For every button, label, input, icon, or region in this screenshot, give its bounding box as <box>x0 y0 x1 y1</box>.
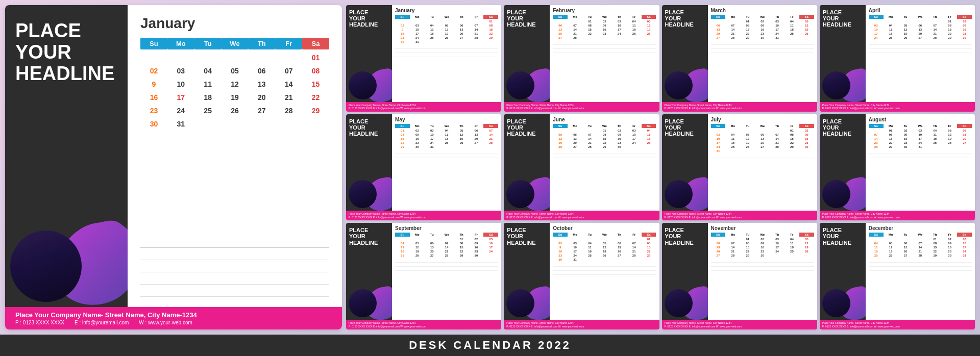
mini-cal-row: 12131415161718 <box>553 137 656 141</box>
mini-cal-cell <box>410 237 425 241</box>
mini-cal-cell: 21 <box>439 249 454 253</box>
mini-cal-cell <box>770 129 785 133</box>
mini-cal-cell: 15 <box>642 245 656 249</box>
mini-cal-cell: 21 <box>483 137 498 141</box>
mini-hcell: We <box>439 15 454 19</box>
mini-cal-cell: 10 <box>770 23 785 28</box>
mini-cal-cell: 01 <box>582 19 597 23</box>
mini-cal-cell: 08 <box>785 133 799 137</box>
mini-hcell: We <box>913 124 927 128</box>
mini-cal-cell: 18 <box>927 137 942 141</box>
mini-cal-cell: 25 <box>642 141 656 145</box>
mini-hcell: Fr <box>785 124 799 128</box>
mini-cal-cell: 04 <box>582 241 597 245</box>
mini-cal-cell: 12 <box>642 23 656 28</box>
mini-hcell: Tu <box>425 233 439 237</box>
mini-cal-cell: 16 <box>469 245 483 249</box>
mini-cal-cell: 05 <box>898 23 913 28</box>
mini-cal-cell <box>469 145 483 149</box>
mini-hcell: Fr <box>469 233 483 237</box>
mini-cal-cell: 01 <box>454 237 469 241</box>
mini-cal-cell: 09 <box>612 133 627 137</box>
mini-cal-cell <box>597 36 612 40</box>
mini-cal-cell: 18 <box>439 137 454 141</box>
mini-cal-cell: 19 <box>942 137 957 141</box>
mini-cal-cell <box>425 40 439 44</box>
mini-cal-cell: 15 <box>740 28 755 32</box>
mini-cal-row: 16171819202122 <box>395 32 498 36</box>
mini-cal-cell <box>799 253 814 258</box>
mini-footer: Place Your Company Name- Street Name, Ci… <box>662 320 817 329</box>
mini-right: November SuMoTuWeThFrSa 0102030405 06070… <box>708 223 817 320</box>
mini-cal-cell: 23 <box>553 253 568 258</box>
mini-cal-cell: 25 <box>884 36 898 40</box>
mini-cal-cell: 15 <box>454 245 469 249</box>
mini-cal-cell: 22 <box>582 32 597 36</box>
mini-cal-row: 11121314151617 <box>869 245 972 249</box>
mini-cal-cell: 30 <box>469 253 483 258</box>
mini-cal-cell <box>469 19 483 23</box>
mini-cal-row: 2728 <box>553 36 656 40</box>
mini-cal-cell: 16 <box>942 245 957 249</box>
mini-cal-cell <box>439 19 454 23</box>
mini-cal-cell: 04 <box>725 133 740 137</box>
mini-cal-row: 04050607080910 <box>395 241 498 245</box>
mini-photo <box>822 71 850 99</box>
mini-cal-cell: 30 <box>898 145 913 149</box>
mini-month-title: December <box>869 225 972 231</box>
mini-cal-cell: 21 <box>927 32 942 36</box>
mini-cal-cell: 16 <box>799 137 814 141</box>
mini-cal-cell: 09 <box>898 133 913 137</box>
mini-cal-cell: 06 <box>898 241 913 245</box>
mini-cal-cell: 20 <box>454 32 469 36</box>
mini-cal-cell: 07 <box>927 23 942 28</box>
mini-cal-cell <box>582 237 597 241</box>
mini-hcell: Sa <box>957 233 972 237</box>
mini-cal-row: 02030405060708 <box>395 23 498 28</box>
footer-web: W : www.your-web.com <box>139 320 192 325</box>
mini-cal-cell: 29 <box>740 36 755 40</box>
mini-headline: PLACE YOUR HEADLINE <box>349 227 389 245</box>
mini-cal-row: 01 <box>395 19 498 23</box>
mini-hcell: Su <box>553 15 568 19</box>
mini-cal-cell: 30 <box>942 253 957 258</box>
mini-cal-cell: 28 <box>469 36 483 40</box>
mini-hcell: Tu <box>898 15 913 19</box>
mini-cal-cell: 23 <box>395 36 410 40</box>
mini-cal-cell: 02 <box>597 19 612 23</box>
mini-cal-cell: 03 <box>913 129 927 133</box>
mini-cal-cell: 26 <box>884 253 898 258</box>
mini-cal-cell: 18 <box>582 249 597 253</box>
mini-cal-cell <box>725 19 740 23</box>
mini-hcell: Mo <box>884 233 898 237</box>
mini-cal-cell: 28 <box>770 145 785 149</box>
mini-cal-cell: 09 <box>957 23 972 28</box>
mini-cal-header: SuMoTuWeThFrSa <box>553 124 656 128</box>
mini-cal-cell: 20 <box>957 137 972 141</box>
mini-cal-cell: 26 <box>740 145 755 149</box>
mini-cal-cell <box>553 237 568 241</box>
mini-headline: PLACE YOUR HEADLINE <box>665 9 705 28</box>
mini-cal-cell: 18 <box>785 28 799 32</box>
mini-hcell: We <box>755 15 770 19</box>
mini-cal-cell: 25 <box>627 32 642 36</box>
mini-hcell: Su <box>395 124 410 128</box>
mini-month-title: August <box>869 117 972 122</box>
mini-headline: PLACE YOUR HEADLINE <box>349 9 389 28</box>
mini-cal-cell: 04 <box>884 23 898 28</box>
mini-month-title: May <box>395 117 498 122</box>
mini-cal-cell: 20 <box>755 141 770 145</box>
mini-cal-cell: 06 <box>425 241 439 245</box>
mini-cal-cell: 07 <box>483 129 498 133</box>
mini-cal-cell: 01 <box>597 129 612 133</box>
mini-body: PLACE YOUR HEADLINE January SuMoTuWeThFr… <box>346 5 501 102</box>
mini-month-title: June <box>553 117 656 122</box>
mini-cal-cell <box>927 145 942 149</box>
mini-photo <box>349 180 377 208</box>
mini-cal-cell <box>439 237 454 241</box>
mini-hcell: Tu <box>898 233 913 237</box>
mini-cal-cell: 20 <box>913 32 927 36</box>
mini-hcell: Sa <box>957 124 972 128</box>
mini-cal-cell: 08 <box>927 241 942 245</box>
mini-cal-cell: 03 <box>957 237 972 241</box>
